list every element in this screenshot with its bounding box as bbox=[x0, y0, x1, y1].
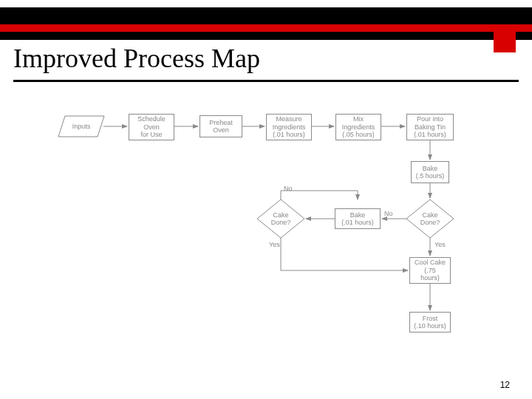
page-number: 12 bbox=[500, 380, 510, 390]
header-red-square bbox=[494, 32, 516, 52]
label-no-2: No bbox=[284, 185, 293, 192]
label-no-1: No bbox=[384, 210, 393, 217]
page-title: Improved Process Map bbox=[13, 43, 260, 74]
flowchart: Inputs Schedule Oven for Use Preheat Ove… bbox=[58, 111, 501, 377]
label-yes-1: Yes bbox=[434, 241, 446, 248]
title-underline bbox=[13, 80, 519, 82]
header-red-bar bbox=[0, 24, 532, 32]
label-yes-2: Yes bbox=[269, 241, 280, 248]
header-black-band bbox=[0, 7, 532, 40]
